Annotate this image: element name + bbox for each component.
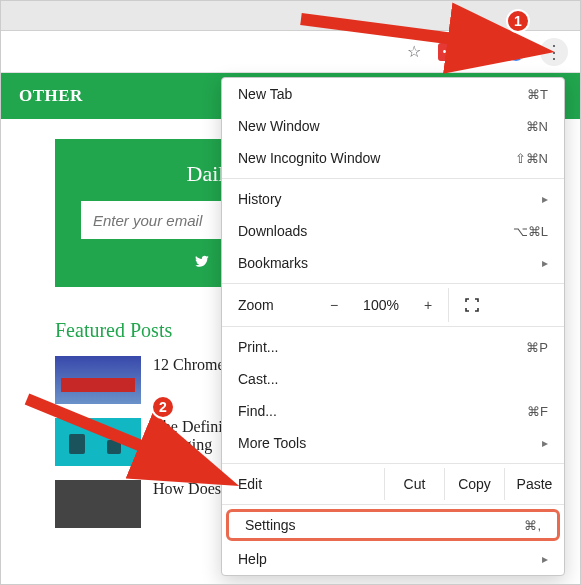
menu-label: Downloads: [238, 223, 307, 239]
star-icon[interactable]: ☆: [404, 42, 424, 62]
menu-label: More Tools: [238, 435, 306, 451]
menu-item-more-tools[interactable]: More Tools: [222, 427, 564, 459]
menu-label: New Tab: [238, 86, 292, 102]
menu-shortcut: ⌘F: [527, 404, 548, 419]
fullscreen-icon[interactable]: [448, 288, 494, 322]
edit-paste-button[interactable]: Paste: [504, 468, 564, 500]
edit-copy-button[interactable]: Copy: [444, 468, 504, 500]
browser-titlebar: [1, 1, 580, 31]
menu-shortcut: ⌘,: [524, 518, 541, 533]
menu-item-zoom: Zoom − 100% +: [222, 288, 564, 322]
menu-item-history[interactable]: History: [222, 183, 564, 215]
profile-icon[interactable]: [506, 42, 526, 62]
menu-item-bookmarks[interactable]: Bookmarks: [222, 247, 564, 279]
menu-label: Zoom: [222, 297, 314, 313]
zoom-in-button[interactable]: +: [408, 297, 448, 313]
annotation-badge-1: 1: [506, 9, 530, 33]
menu-item-new-incognito[interactable]: New Incognito Window⇧⌘N: [222, 142, 564, 174]
separator: [222, 178, 564, 179]
post-thumbnail: [55, 356, 141, 404]
menu-shortcut: ⌥⌘L: [513, 224, 548, 239]
menu-label: New Incognito Window: [238, 150, 380, 166]
menu-item-downloads[interactable]: Downloads⌥⌘L: [222, 215, 564, 247]
zoom-out-button[interactable]: −: [314, 297, 354, 313]
post-title: The Defini Charging: [153, 418, 223, 454]
menu-label: New Window: [238, 118, 320, 134]
menu-label: Find...: [238, 403, 277, 419]
menu-label: Bookmarks: [238, 255, 308, 271]
menu-item-edit: Edit Cut Copy Paste: [222, 468, 564, 500]
separator: [222, 504, 564, 505]
post-thumbnail: [55, 418, 141, 466]
menu-label: Help: [238, 551, 267, 567]
post-thumbnail: [55, 480, 141, 528]
menu-label: Edit: [222, 476, 384, 492]
separator: [222, 463, 564, 464]
separator: [222, 283, 564, 284]
menu-shortcut: ⇧⌘N: [515, 151, 548, 166]
menu-label: Cast...: [238, 371, 278, 387]
annotation-badge-2: 2: [151, 395, 175, 419]
extensions-icon[interactable]: [472, 42, 492, 62]
menu-item-help[interactable]: Help: [222, 543, 564, 575]
menu-item-new-tab[interactable]: New Tab⌘T: [222, 78, 564, 110]
menu-shortcut: ⌘N: [526, 119, 548, 134]
menu-label: History: [238, 191, 282, 207]
menu-item-find[interactable]: Find...⌘F: [222, 395, 564, 427]
menu-shortcut: ⌘P: [526, 340, 548, 355]
zoom-value: 100%: [354, 297, 408, 313]
nav-item-other[interactable]: OTHER: [19, 86, 83, 106]
separator: [222, 326, 564, 327]
extension-lastpass-icon[interactable]: •••: [438, 43, 458, 61]
post-title: 12 Chrome: [153, 356, 225, 374]
twitter-icon[interactable]: [194, 253, 210, 273]
menu-item-settings[interactable]: Settings⌘,: [226, 509, 560, 541]
chrome-menu: New Tab⌘T New Window⌘N New Incognito Win…: [221, 77, 565, 576]
more-menu-button[interactable]: ⋮: [540, 38, 568, 66]
menu-item-print[interactable]: Print...⌘P: [222, 331, 564, 363]
edit-cut-button[interactable]: Cut: [384, 468, 444, 500]
svg-point-1: [513, 46, 519, 52]
menu-label: Settings: [245, 517, 296, 533]
menu-shortcut: ⌘T: [527, 87, 548, 102]
menu-item-cast[interactable]: Cast...: [222, 363, 564, 395]
menu-label: Print...: [238, 339, 278, 355]
browser-toolbar: ☆ ••• ⋮: [1, 31, 580, 73]
menu-item-new-window[interactable]: New Window⌘N: [222, 110, 564, 142]
